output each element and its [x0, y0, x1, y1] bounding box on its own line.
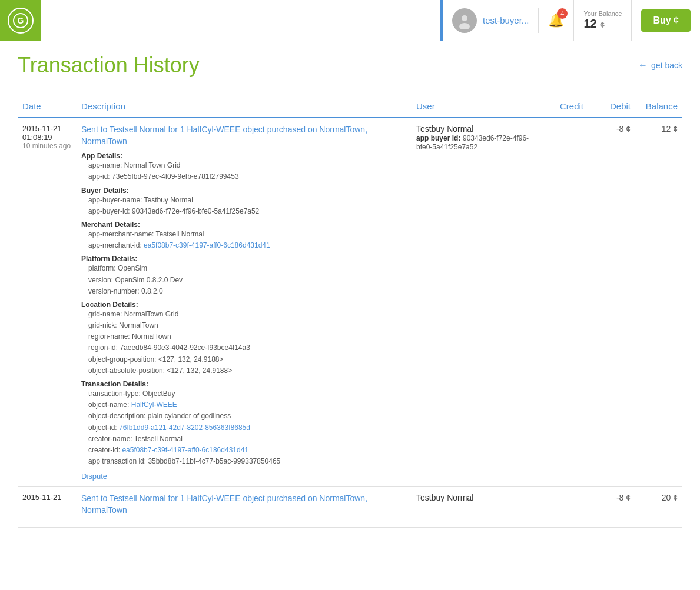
- description-cell: Sent to Testsell Normal for 1 HalfCyl-WE…: [77, 118, 412, 487]
- grid-nick-line: grid-nick: NormalTown: [88, 320, 407, 331]
- location-details-label: Location Details:: [81, 301, 407, 309]
- username[interactable]: test-buyer...: [483, 15, 529, 25]
- creator-name-line: creator-name: Testsell Normal: [88, 434, 407, 445]
- credit-cell: [541, 118, 588, 487]
- creator-id-link[interactable]: ea5f08b7-c39f-4197-aff0-6c186d431d41: [122, 446, 248, 454]
- object-id-line: object-id: 76fb1dd9-a121-42d7-8202-85636…: [88, 422, 407, 434]
- transactions-table: Date Description User Credit Debit Balan…: [18, 95, 682, 528]
- description-link[interactable]: Sent to Testsell Normal for 1 HalfCyl-WE…: [81, 493, 407, 516]
- transaction-details-label: Transaction Details:: [81, 380, 407, 388]
- notification-badge: 4: [557, 8, 568, 19]
- get-back-link[interactable]: ← get back: [638, 60, 682, 71]
- version-number-line: version-number: 0.8.2.0: [88, 286, 407, 297]
- header-user: test-buyer...: [443, 8, 539, 33]
- page-content: Transaction History ← get back Date Desc…: [0, 41, 700, 539]
- get-back-label: get back: [651, 61, 682, 70]
- col-header-date: Date: [18, 95, 77, 118]
- merchant-details-label: Merchant Details:: [81, 221, 407, 229]
- balance-label: Your Balance: [583, 10, 622, 17]
- logo[interactable]: G: [0, 0, 41, 41]
- col-header-balance: Balance: [635, 95, 682, 118]
- app-id-line: app-id: 73e55fbd-97ec-4f09-9efb-e781f279…: [88, 171, 407, 182]
- app-transaction-id-line: app transaction id: 35bbd8b7-11bf-4c77-b…: [88, 456, 407, 467]
- buy-section: Buy ¢: [632, 9, 700, 32]
- date-cell: 2015-11-21: [18, 487, 77, 527]
- app-merchant-id-line: app-merchant-id: ea5f08b7-c39f-4197-aff0…: [88, 240, 407, 251]
- transaction-type-line: transaction-type: ObjectBuy: [88, 388, 407, 399]
- balance-cell: 12 ¢: [635, 118, 682, 487]
- dispute-link[interactable]: Dispute: [81, 472, 107, 481]
- app-details-label: App Details:: [81, 152, 407, 160]
- app-name-line: app-name: Normal Town Grid: [88, 160, 407, 171]
- object-desc-line: object-description: plain cylander of go…: [88, 411, 407, 422]
- user-name: Testbuy Normal: [416, 124, 536, 134]
- logo-circle: G: [8, 8, 34, 34]
- object-name-link[interactable]: HalfCyl-WEEE: [131, 401, 177, 409]
- table-body: 2015-11-21 01:08:19 10 minutes ago Sent …: [18, 118, 682, 527]
- col-header-debit: Debit: [588, 95, 635, 118]
- avatar: [452, 8, 477, 33]
- buy-button[interactable]: Buy ¢: [641, 9, 691, 32]
- app-buyer-id-line: app-buyer-id: 90343ed6-f72e-4f96-bfe0-5a…: [88, 206, 407, 217]
- date-cell: 2015-11-21 01:08:19 10 minutes ago: [18, 118, 77, 487]
- svg-point-3: [459, 23, 470, 29]
- svg-point-2: [462, 15, 467, 21]
- table-row: 2015-11-21 01:08:19 10 minutes ago Sent …: [18, 118, 682, 487]
- object-group-pos-line: object-group-position: <127, 132, 24.918…: [88, 354, 407, 365]
- platform-line: platform: OpenSim: [88, 263, 407, 274]
- credit-cell: [541, 487, 588, 527]
- balance-value: 20 ¢: [640, 493, 678, 502]
- object-abs-pos-line: object-absolute-position: <127, 132, 24.…: [88, 365, 407, 376]
- debit-value: -8 ¢: [593, 493, 631, 502]
- col-header-credit: Credit: [541, 95, 588, 118]
- detail-section: App Details: app-name: Normal Town Grid …: [81, 152, 407, 481]
- page-header: Transaction History ← get back: [18, 53, 682, 84]
- notifications[interactable]: 🔔 4: [539, 0, 574, 41]
- creator-id-line: creator-id: ea5f08b7-c39f-4197-aff0-6c18…: [88, 445, 407, 456]
- region-id-line: region-id: 7aeedb84-90e3-4042-92ce-f93bc…: [88, 342, 407, 354]
- user-detail-label: app buyer id:: [416, 134, 460, 142]
- balance-cell: 20 ¢: [635, 487, 682, 527]
- balance-value: 12 ¢: [640, 124, 678, 134]
- version-line: version: OpenSim 0.8.2.0 Dev: [88, 275, 407, 286]
- table-row: 2015-11-21 Sent to Testsell Normal for 1…: [18, 487, 682, 527]
- description-cell: Sent to Testsell Normal for 1 HalfCyl-WE…: [77, 487, 412, 527]
- app-merchant-id-link[interactable]: ea5f08b7-c39f-4197-aff0-6c186d431d41: [144, 241, 270, 249]
- date-main: 2015-11-21: [22, 124, 72, 133]
- col-header-description: Description: [77, 95, 412, 118]
- buyer-details-label: Buyer Details:: [81, 186, 407, 195]
- date-main: 2015-11-21: [22, 493, 72, 502]
- user-detail: app buyer id: 90343ed6-f72e-4f96-bfe0-5a…: [416, 134, 536, 151]
- page-title: Transaction History: [18, 53, 200, 78]
- grid-name-line: grid-name: NormalTown Grid: [88, 309, 407, 320]
- date-relative: 10 minutes ago: [22, 142, 72, 150]
- user-name: Testbuy Normal: [416, 493, 536, 502]
- debit-value: -8 ¢: [593, 124, 631, 134]
- balance-section: Your Balance 12 ¢: [574, 0, 632, 41]
- platform-details-label: Platform Details:: [81, 255, 407, 263]
- object-name-line: object-name: HalfCyl-WEEE: [88, 399, 407, 411]
- col-header-user: User: [412, 95, 541, 118]
- header: G test-buyer... 🔔 4 Your Balance 12 ¢ Bu…: [0, 0, 700, 41]
- table-header: Date Description User Credit Debit Balan…: [18, 95, 682, 118]
- debit-cell: -8 ¢: [588, 487, 635, 527]
- user-cell: Testbuy Normal: [412, 487, 541, 527]
- region-name-line: region-name: NormalTown: [88, 331, 407, 342]
- object-id-link[interactable]: 76fb1dd9-a121-42d7-8202-856363f8685d: [119, 424, 250, 432]
- debit-cell: -8 ¢: [588, 118, 635, 487]
- app-merchant-name-line: app-merchant-name: Testsell Normal: [88, 229, 407, 240]
- app-buyer-name-line: app-buyer-name: Testbuy Normal: [88, 195, 407, 206]
- back-arrow-icon: ←: [638, 60, 648, 71]
- date-time: 01:08:19: [22, 133, 72, 142]
- description-link[interactable]: Sent to Testsell Normal for 1 HalfCyl-WE…: [81, 124, 407, 147]
- user-cell: Testbuy Normal app buyer id: 90343ed6-f7…: [412, 118, 541, 487]
- svg-text:G: G: [18, 16, 24, 25]
- balance-amount: 12 ¢: [583, 17, 622, 31]
